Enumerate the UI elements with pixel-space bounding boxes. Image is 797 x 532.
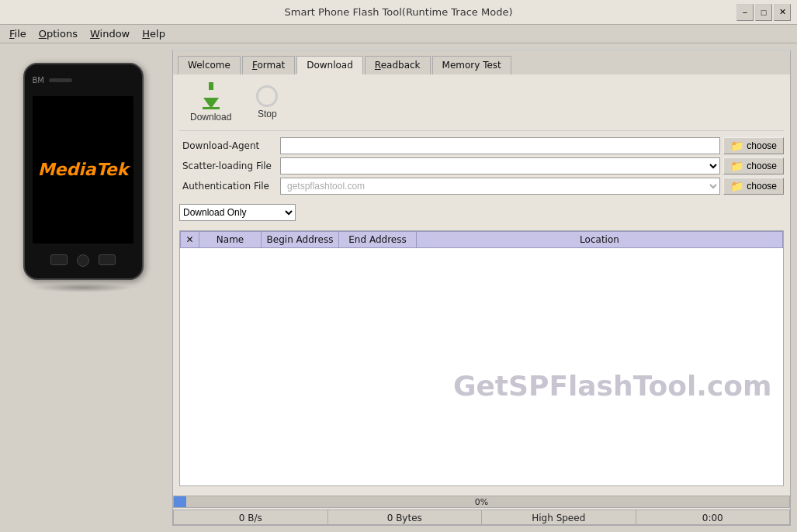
menu-help[interactable]: Help — [136, 26, 172, 41]
close-button[interactable]: ✕ — [774, 4, 791, 21]
download-icon-line — [209, 82, 213, 90]
status-bar: 0 B/s 0 Bytes High Speed 0:00 — [173, 510, 790, 525]
download-icon-arrow — [203, 98, 219, 109]
phone-shadow — [33, 283, 133, 292]
tab-bar: Welcome Format Download Readback Memory … — [173, 51, 790, 74]
download-label: Download — [190, 112, 231, 123]
phone-buttons — [50, 254, 116, 267]
titlebar: Smart Phone Flash Tool(Runtime Trace Mod… — [0, 0, 797, 25]
col-check: ✕ — [181, 232, 199, 248]
download-agent-label: Download-Agent — [179, 140, 280, 151]
phone-graphic: BM MediaTek — [23, 63, 144, 280]
progress-label: 0% — [174, 496, 789, 509]
progress-bar: 0% — [173, 496, 790, 508]
stop-icon — [256, 85, 278, 107]
menu-window[interactable]: Window — [84, 26, 136, 41]
scatter-row: Scatter-loading File 📁 choose — [179, 157, 784, 174]
phone-brand: BM — [33, 76, 45, 85]
download-button[interactable]: Download — [185, 84, 236, 124]
table-empty-row: GetSPFlashTool.com — [181, 248, 783, 403]
auth-choose-button[interactable]: 📁 choose — [723, 178, 784, 195]
phone-btn-right — [99, 254, 116, 265]
auth-select[interactable]: getspflashtool.com — [280, 178, 720, 195]
maximize-button[interactable]: □ — [755, 4, 772, 21]
tab-readback[interactable]: Readback — [365, 56, 431, 74]
status-speed: 0 B/s — [174, 510, 328, 524]
menu-file[interactable]: File — [3, 26, 33, 41]
col-location: Location — [417, 232, 783, 248]
download-agent-row: Download-Agent 📁 choose — [179, 137, 784, 154]
choose-label-2: choose — [747, 161, 777, 171]
stop-button[interactable]: Stop — [251, 84, 282, 124]
titlebar-controls: − □ ✕ — [736, 4, 791, 21]
minimize-button[interactable]: − — [736, 4, 754, 21]
auth-label: Authentication File — [179, 181, 280, 192]
main-content: BM MediaTek Welcome Format Download Read… — [0, 43, 797, 532]
right-panel: Welcome Format Download Readback Memory … — [166, 43, 797, 532]
col-name: Name — [199, 232, 262, 248]
download-agent-input[interactable] — [280, 137, 720, 154]
stop-label: Stop — [258, 109, 277, 119]
phone-btn-left — [50, 254, 68, 265]
phone-btn-home — [77, 254, 89, 267]
tool-content: Download Stop Download-Agent 📁 choose — [173, 74, 790, 492]
scatter-label: Scatter-loading File — [179, 161, 280, 171]
scatter-select[interactable] — [280, 157, 720, 174]
left-panel: BM MediaTek — [0, 43, 166, 532]
app-title: Smart Phone Flash Tool(Runtime Trace Mod… — [61, 6, 736, 18]
mediatek-logo: MediaTek — [38, 160, 129, 179]
download-agent-choose-button[interactable]: 📁 choose — [723, 137, 784, 154]
tool-window: Welcome Format Download Readback Memory … — [172, 50, 791, 526]
tab-format[interactable]: Format — [242, 56, 295, 74]
mode-row: Download Only Firmware Upgrade Format Al… — [179, 201, 784, 226]
folder-icon-2: 📁 — [730, 160, 743, 172]
phone-speaker — [49, 78, 72, 82]
tab-download[interactable]: Download — [296, 56, 363, 74]
status-time: 0:00 — [636, 510, 790, 524]
file-table: ✕ Name Begin Address End Address Locatio… — [180, 231, 783, 403]
mode-select[interactable]: Download Only Firmware Upgrade Format Al… — [179, 204, 296, 221]
menu-options[interactable]: Options — [33, 26, 84, 41]
download-icon — [199, 85, 224, 110]
toolbar: Download Stop — [179, 81, 784, 131]
col-begin: Begin Address — [262, 232, 339, 248]
menubar: File Options Window Help — [0, 25, 797, 43]
folder-icon-1: 📁 — [730, 140, 743, 152]
folder-icon-3: 📁 — [730, 180, 743, 192]
status-bytes: 0 Bytes — [328, 510, 483, 524]
progress-section: 0% 0 B/s 0 Bytes High Speed 0:00 — [173, 492, 790, 525]
col-end: End Address — [339, 232, 417, 248]
choose-label-1: choose — [747, 140, 777, 151]
status-mode: High Speed — [482, 510, 636, 524]
scatter-choose-button[interactable]: 📁 choose — [723, 157, 784, 174]
tab-memorytest[interactable]: Memory Test — [432, 56, 511, 74]
phone-screen: MediaTek — [33, 96, 133, 244]
watermark-text: GetSPFlashTool.com — [447, 364, 778, 408]
tab-welcome[interactable]: Welcome — [178, 56, 241, 74]
file-table-container: ✕ Name Begin Address End Address Locatio… — [179, 230, 784, 486]
choose-label-3: choose — [747, 181, 777, 192]
auth-row: Authentication File getspflashtool.com 📁… — [179, 178, 784, 195]
phone-top: BM — [33, 76, 73, 85]
